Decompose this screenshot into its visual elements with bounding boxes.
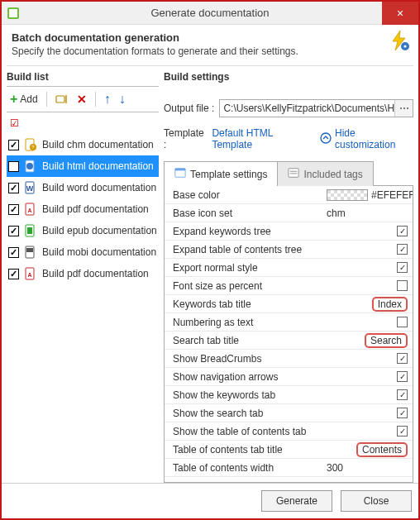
property-value[interactable]: ✓	[322, 426, 413, 437]
tab-included-tags[interactable]: Included tags	[277, 161, 373, 186]
property-value[interactable]: ✓	[322, 408, 413, 418]
build-item-label: Build mobi documentation	[42, 246, 156, 258]
property-row: Table of contents width300	[165, 459, 413, 477]
color-hex: #EFEFEF	[371, 189, 413, 201]
tab-label: Template settings	[190, 169, 267, 180]
build-item-label: Build word documentation	[42, 182, 156, 193]
output-file-field[interactable]: C:\Users\KellyFitzpatrick\Documents\Help…	[219, 99, 413, 117]
document-type-icon: W	[24, 181, 37, 194]
lightning-gear-icon	[389, 30, 410, 51]
property-value[interactable]: ✓	[322, 262, 413, 273]
property-value[interactable]: #EFEFEF	[322, 189, 413, 201]
color-swatch[interactable]	[327, 189, 368, 201]
move-up-button[interactable]: ↑	[103, 90, 112, 108]
property-name: Expand keywords tree	[173, 226, 322, 237]
generate-button[interactable]: Generate	[261, 490, 332, 512]
property-value[interactable]: 300	[322, 462, 413, 474]
highlighted-value: Contents	[356, 442, 408, 457]
property-row: Show BreadCrumbs✓	[165, 350, 413, 368]
property-name: Show BreadCrumbs	[173, 353, 322, 365]
property-value[interactable]: ✓	[322, 226, 413, 236]
build-list-item[interactable]: ✓?Build chm documentation	[7, 134, 159, 155]
property-row: Show the search tab✓	[165, 404, 413, 422]
property-checkbox[interactable]: ✓	[397, 371, 408, 382]
build-list-item[interactable]: ✓WBuild word documentation	[7, 177, 159, 198]
property-row: Base color#EFEFEF	[165, 186, 413, 204]
svg-rect-5	[56, 96, 64, 103]
property-value[interactable]	[322, 280, 413, 291]
build-list-item[interactable]: ✓ABuild pdf documentation	[7, 198, 159, 220]
property-row: Numbering as text	[165, 313, 413, 332]
build-list-toolbar: + Add ✕ ↑ ↓	[7, 86, 159, 112]
move-down-button[interactable]: ↓	[117, 90, 127, 108]
property-value[interactable]: ✓	[322, 244, 413, 255]
property-value[interactable]: ✓	[322, 353, 413, 364]
property-value[interactable]	[322, 317, 413, 327]
template-link[interactable]: Default HTML Template	[212, 127, 310, 150]
property-checkbox[interactable]: ✓	[397, 353, 408, 364]
property-value[interactable]: Contents	[322, 442, 413, 457]
app-icon	[7, 7, 20, 20]
property-checkbox[interactable]: ✓	[397, 226, 408, 236]
text-value: chm	[327, 208, 346, 219]
close-button[interactable]: Close	[341, 490, 412, 512]
tab-template-settings[interactable]: Template settings	[164, 161, 278, 186]
property-checkbox[interactable]: ✓	[397, 408, 408, 418]
build-item-label: Build pdf documentation	[42, 268, 149, 279]
property-name: Table of contents tab title	[173, 444, 322, 456]
build-item-checkbox[interactable]: ✓	[8, 140, 19, 150]
property-value[interactable]: ✓	[322, 371, 413, 382]
delete-build-button[interactable]: ✕	[75, 91, 88, 107]
rename-build-button[interactable]	[54, 91, 70, 107]
build-item-label: Build html documentation	[42, 160, 154, 172]
header-title: Batch documentation generation	[12, 31, 408, 44]
property-name: Expand table of contents tree	[173, 244, 322, 255]
property-row: Keywords tab titleIndex	[165, 295, 413, 313]
build-list-item[interactable]: ✓ABuild pdf documentation	[7, 263, 159, 284]
property-checkbox[interactable]: ✓	[397, 389, 408, 400]
build-item-checkbox[interactable]	[8, 161, 19, 172]
property-value[interactable]: Index	[322, 297, 413, 312]
header-subtitle: Specify the documentation formats to gen…	[12, 45, 408, 57]
property-row: Base icon setchm	[165, 204, 413, 222]
property-checkbox[interactable]	[397, 317, 408, 327]
build-item-label: Build epub documentation	[42, 225, 157, 236]
arrow-down-icon: ↓	[119, 92, 126, 107]
property-checkbox[interactable]: ✓	[397, 426, 408, 437]
build-list-item[interactable]: ✓Build epub documentation	[7, 220, 159, 241]
close-window-button[interactable]: ×	[382, 2, 418, 25]
property-row: Font size as percent	[165, 277, 413, 295]
rename-icon	[55, 93, 69, 106]
property-row: Expand table of contents tree✓	[165, 241, 413, 259]
document-type-icon	[24, 160, 37, 173]
check-all-icon: ☑	[10, 117, 19, 129]
output-file-browse-button[interactable]: ⋯	[394, 100, 413, 117]
build-item-checkbox[interactable]: ✓	[8, 247, 19, 258]
add-build-button[interactable]: + Add	[8, 92, 40, 107]
arrow-up-icon: ↑	[104, 92, 111, 107]
property-checkbox[interactable]: ✓	[397, 244, 408, 255]
svg-text:A: A	[27, 272, 31, 278]
build-item-checkbox[interactable]: ✓	[8, 183, 19, 193]
template-settings-icon	[174, 167, 186, 181]
output-file-value: C:\Users\KellyFitzpatrick\Documents\Help…	[220, 103, 394, 114]
property-row: Expand keywords tree✓	[165, 222, 413, 241]
settings-tabs: Template settings Included tags	[164, 160, 413, 185]
property-checkbox[interactable]: ✓	[397, 262, 408, 273]
property-value[interactable]: ✓	[322, 389, 413, 400]
text-value: 300	[327, 462, 343, 474]
svg-rect-25	[289, 169, 298, 178]
build-item-checkbox[interactable]: ✓	[8, 226, 19, 236]
highlighted-value: Index	[372, 297, 408, 312]
check-all-button[interactable]: ☑	[8, 116, 21, 131]
property-name: Search tab title	[173, 335, 322, 346]
property-checkbox[interactable]	[397, 280, 408, 291]
build-item-checkbox[interactable]: ✓	[8, 204, 19, 215]
property-value[interactable]: chm	[322, 208, 413, 219]
build-item-checkbox[interactable]: ✓	[8, 269, 19, 279]
build-list-item[interactable]: Build html documentation	[7, 155, 159, 177]
build-list-item[interactable]: ✓Build mobi documentation	[7, 241, 159, 263]
property-value[interactable]: Search	[322, 333, 413, 348]
hide-customization-link[interactable]: Hide customization	[320, 127, 413, 150]
document-type-icon: A	[24, 203, 37, 216]
